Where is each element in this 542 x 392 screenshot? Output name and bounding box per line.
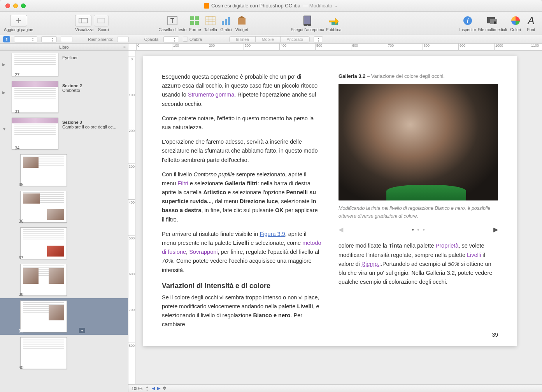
sidebar-section[interactable]: ▶Sezione 2Ombretto31 (0, 79, 128, 115)
link-eraser-tool[interactable]: Strumento gomma (188, 91, 234, 98)
sidebar-page[interactable]: 39▼ (0, 298, 128, 335)
preview-button[interactable] (300, 15, 314, 26)
app-window: Cosmesi digitale con Photoshop CC.iba — … (0, 0, 542, 392)
sidebar-grip-icon[interactable]: ≡ (123, 45, 126, 49)
colors-button[interactable] (509, 15, 523, 26)
svg-rect-21 (304, 16, 310, 24)
link-fill[interactable]: Riemp.: (361, 261, 381, 267)
sidebar-page[interactable]: 38 (0, 262, 128, 298)
scroll-button[interactable] (94, 15, 109, 26)
table-button[interactable] (203, 15, 218, 26)
sidebar-page[interactable]: 36 (0, 188, 128, 225)
gallery-next-icon[interactable]: ▶ (493, 225, 498, 235)
wrap-segment[interactable]: In linea Mobile Ancorato (229, 36, 310, 42)
link-layers[interactable]: Livelli (467, 252, 481, 258)
page-number: 39 (492, 330, 498, 339)
text-box-button[interactable]: T (165, 15, 179, 26)
gallery-nav: ◀ ●●● ▶ (339, 225, 498, 235)
page-thumbnail[interactable] (20, 154, 67, 186)
thumbnail-page-number: 35 (19, 182, 23, 187)
document-modified-label: — Modificato (303, 3, 332, 9)
sidebar-page[interactable]: 40 (0, 335, 128, 371)
toolbar: Aggiungi pagine Visualizza Scorri T Case… (0, 12, 542, 35)
gallery-note: Modificando la tinta nel livello di rego… (339, 204, 498, 220)
shapes-label: Forme (189, 27, 201, 32)
section-subtitle: Ombretto (62, 88, 125, 93)
view-label: Visualizza (75, 27, 93, 32)
fill-swatch[interactable] (117, 37, 129, 42)
sidebar-header: Libro ≡ (0, 44, 128, 51)
add-pages-button[interactable] (10, 15, 27, 26)
view-button[interactable] (75, 15, 91, 26)
style-swatch[interactable] (61, 37, 72, 42)
shadow-checkbox[interactable] (183, 37, 188, 42)
shapes-button[interactable] (188, 15, 202, 26)
gallery-prev-icon[interactable]: ◀ (339, 225, 343, 235)
text-box-label: Casella di testo (159, 27, 187, 32)
canvas: 0100200300400500600700800900100011001200… (128, 44, 542, 392)
link-figure-3-9[interactable]: Figura 3.9 (260, 231, 285, 237)
svg-rect-2 (79, 18, 88, 23)
gallery-dot-3[interactable]: ● (423, 227, 425, 233)
nav-prev-icon[interactable]: ◀ (152, 386, 155, 391)
thumbnail-page-number: 37 (19, 255, 23, 260)
seg-anchored[interactable]: Ancorato (281, 37, 309, 42)
page-thumbnail[interactable] (12, 118, 58, 149)
font-button[interactable]: A (524, 15, 538, 26)
seg-mobile[interactable]: Mobile (256, 37, 281, 42)
title-dropdown-icon[interactable]: ⌄ (335, 4, 338, 8)
font-label: Font (527, 27, 535, 32)
gallery-image[interactable] (339, 84, 498, 200)
page-thumbnail[interactable] (20, 191, 67, 223)
style-dropdown-2[interactable]: ▴▾ (41, 36, 57, 42)
paragraph-style-icon[interactable]: ¶ (3, 36, 10, 42)
page-thumbnails[interactable]: ▶Eyeliner27▶Sezione 2Ombretto31▼Sezione … (0, 51, 128, 392)
colors-label: Colori (510, 27, 521, 32)
seg-inline[interactable]: In linea (230, 37, 256, 42)
sidebar-section[interactable]: ▼Sezione 3Cambiare il colore degli oc...… (0, 115, 128, 152)
opacity-field[interactable]: ▴▾ (163, 36, 179, 42)
thumbnail-page-number: 27 (15, 72, 19, 77)
inspector-button[interactable]: i (461, 15, 475, 26)
style-dropdown[interactable]: ▴▾ (14, 36, 37, 42)
shadow-label: Ombra (189, 37, 202, 42)
svg-rect-17 (225, 19, 227, 25)
zoom-stepper-icon[interactable]: ▴▾ (146, 385, 148, 392)
page-viewport[interactable]: Eseguendo questa operazione è probabile … (135, 51, 542, 384)
document-page[interactable]: Eseguendo questa operazione è probabile … (143, 56, 517, 346)
publish-button[interactable] (327, 15, 341, 26)
nav-next-icon[interactable]: ▶ (157, 386, 160, 391)
add-pages-label: Aggiungi pagine (4, 27, 33, 32)
page-thumbnail[interactable] (20, 227, 67, 259)
page-thumbnail[interactable] (20, 264, 67, 296)
charts-button[interactable] (219, 15, 233, 26)
page-thumbnail[interactable] (12, 81, 58, 113)
section-title: Sezione 3 (62, 120, 125, 125)
disclosure-triangle-icon[interactable]: ▶ (2, 90, 5, 95)
sidebar-page[interactable]: ▶Eyeliner27 (0, 51, 128, 79)
page-thumbnail[interactable] (20, 337, 67, 369)
disclosure-triangle-icon[interactable]: ▶ (2, 62, 5, 67)
section-title: Sezione 2 (62, 83, 125, 88)
wrap-stepper[interactable]: ▴▾ (314, 36, 323, 42)
nav-settings-icon[interactable]: ✲ (163, 386, 166, 391)
svg-text:i: i (467, 18, 469, 24)
disclosure-triangle-icon[interactable]: ▼ (2, 127, 6, 131)
chevron-down-icon[interactable]: ▼ (79, 328, 85, 333)
zoom-value[interactable]: 100% (132, 386, 142, 391)
widget-button[interactable] (235, 15, 249, 26)
gallery-dot-2[interactable]: ● (417, 227, 419, 233)
thumbnail-page-number: 38 (19, 292, 23, 297)
page-thumbnail[interactable] (20, 301, 67, 332)
gallery-dot-1[interactable]: ● (412, 227, 414, 233)
link-filters[interactable]: Filtri (177, 180, 188, 186)
sidebar-page[interactable]: 37 (0, 225, 128, 262)
link-overlay[interactable]: Sovrapponi (189, 249, 218, 255)
link-properties[interactable]: Proprietà (436, 243, 459, 249)
section-subtitle: Cambiare il colore degli oc... (62, 125, 125, 129)
sidebar-page[interactable]: 35 (0, 152, 128, 188)
window-title: Cosmesi digitale con Photoshop CC.iba — … (0, 3, 542, 9)
media-button[interactable] (485, 15, 499, 26)
thumbnail-page-number: 39 (19, 329, 23, 333)
text-column-right: Galleria 3.2 – Variazione del colore deg… (339, 72, 498, 334)
